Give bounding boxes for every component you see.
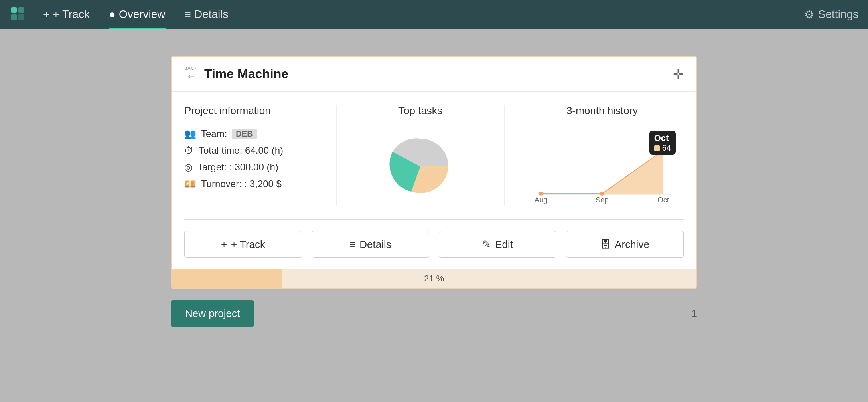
edit-button[interactable]: ✎ Edit — [439, 231, 556, 258]
main-content: BACK ← Time Machine ✛ Project informatio… — [0, 29, 868, 402]
page-number: 1 — [692, 307, 697, 320]
total-time-label: Total time: 64.00 (h) — [199, 145, 283, 156]
edit-btn-label: Edit — [495, 238, 513, 251]
nav-details[interactable]: ≡ Details — [175, 0, 238, 29]
project-card: BACK ← Time Machine ✛ Project informatio… — [171, 56, 697, 289]
svg-text:Aug: Aug — [535, 196, 548, 204]
team-label: Team: — [201, 128, 227, 139]
svg-point-9 — [539, 192, 543, 196]
team-icon: 👥 — [184, 128, 196, 139]
pie-chart — [389, 135, 452, 198]
settings-label: Settings — [818, 8, 858, 21]
tooltip-month: Oct — [654, 133, 669, 143]
team-row: 👥 Team: DEB — [184, 128, 320, 139]
target-icon: ◎ — [184, 162, 193, 173]
team-value: DEB — [232, 129, 256, 139]
card-header: BACK ← Time Machine ✛ — [172, 57, 696, 92]
details-button[interactable]: ≡ Details — [312, 231, 429, 258]
top-tasks-title: Top tasks — [398, 105, 442, 117]
details-nav-icon: ≡ — [185, 8, 191, 21]
svg-point-10 — [600, 192, 604, 196]
money-icon: 💴 — [184, 178, 196, 190]
target-row: ◎ Target: : 300.00 (h) — [184, 162, 320, 173]
nav-overview[interactable]: ● Overview — [99, 0, 175, 29]
nav-track-label: + Track — [53, 8, 90, 21]
svg-rect-2 — [11, 14, 17, 20]
progress-text: 21 % — [424, 273, 444, 284]
nav-overview-label: Overview — [119, 8, 166, 21]
progress-bar-fill — [172, 269, 282, 288]
overview-nav-icon: ● — [109, 8, 116, 21]
nav-items: + + Track ● Overview ≡ Details — [34, 0, 238, 29]
settings-button[interactable]: ⚙ Settings — [804, 8, 858, 21]
top-tasks-section: Top tasks — [336, 105, 505, 206]
history-chart: Aug Sep Oct Oct 64 — [521, 135, 684, 206]
logo — [10, 6, 27, 23]
card-title-area: BACK ← Time Machine — [184, 66, 288, 82]
card-body: Project information 👥 Team: DEB ⏱ Total … — [172, 92, 696, 219]
archive-btn-label: Archive — [615, 238, 649, 251]
clock-icon: ⏱ — [184, 145, 194, 156]
tooltip-dot — [654, 145, 660, 151]
new-project-label: New project — [185, 307, 240, 319]
turnover-row: 💴 Turnover: : 3,200 $ — [184, 178, 320, 190]
turnover-label: Turnover: : 3,200 $ — [201, 178, 282, 190]
history-title: 3-month history — [566, 105, 638, 117]
tooltip-value-row: 64 — [654, 143, 671, 152]
archive-button[interactable]: 🗄 Archive — [566, 231, 684, 258]
card-actions: + + Track ≡ Details ✎ Edit 🗄 Archive — [172, 220, 696, 269]
plus-nav-icon: + — [43, 8, 49, 21]
progress-bar-container: 21 % — [172, 269, 696, 288]
track-btn-icon: + — [221, 238, 227, 251]
svg-text:Oct: Oct — [658, 196, 669, 204]
archive-btn-icon: 🗄 — [600, 238, 611, 251]
target-label: Target: : 300.00 (h) — [197, 162, 278, 173]
gear-icon: ⚙ — [804, 8, 814, 21]
chart-tooltip: Oct 64 — [649, 131, 676, 155]
card-title: Time Machine — [204, 67, 288, 81]
svg-text:Sep: Sep — [596, 196, 609, 204]
nav-details-label: Details — [194, 8, 229, 21]
back-arrow-container: BACK ← — [184, 66, 198, 82]
nav-track[interactable]: + + Track — [34, 0, 99, 29]
nav-bar: + + Track ● Overview ≡ Details ⚙ Setting… — [0, 0, 868, 29]
back-arrow-icon: ← — [186, 71, 196, 82]
total-time-row: ⏱ Total time: 64.00 (h) — [184, 145, 320, 156]
svg-rect-1 — [18, 7, 24, 13]
edit-btn-icon: ✎ — [482, 238, 491, 251]
bottom-area: New project 1 — [171, 300, 697, 327]
back-label: BACK — [184, 66, 198, 71]
details-btn-icon: ≡ — [349, 238, 355, 251]
move-icon[interactable]: ✛ — [673, 67, 684, 82]
details-btn-label: Details — [359, 238, 391, 251]
project-info: Project information 👥 Team: DEB ⏱ Total … — [184, 105, 336, 206]
svg-rect-3 — [18, 14, 24, 20]
svg-rect-0 — [11, 7, 17, 13]
new-project-button[interactable]: New project — [171, 300, 254, 327]
track-button[interactable]: + + Track — [184, 231, 302, 258]
history-section: 3-month history — [505, 105, 684, 206]
track-btn-label: + Track — [231, 238, 265, 251]
project-info-title: Project information — [184, 105, 320, 117]
back-button[interactable]: BACK ← — [184, 66, 198, 82]
tooltip-value: 64 — [662, 143, 671, 152]
